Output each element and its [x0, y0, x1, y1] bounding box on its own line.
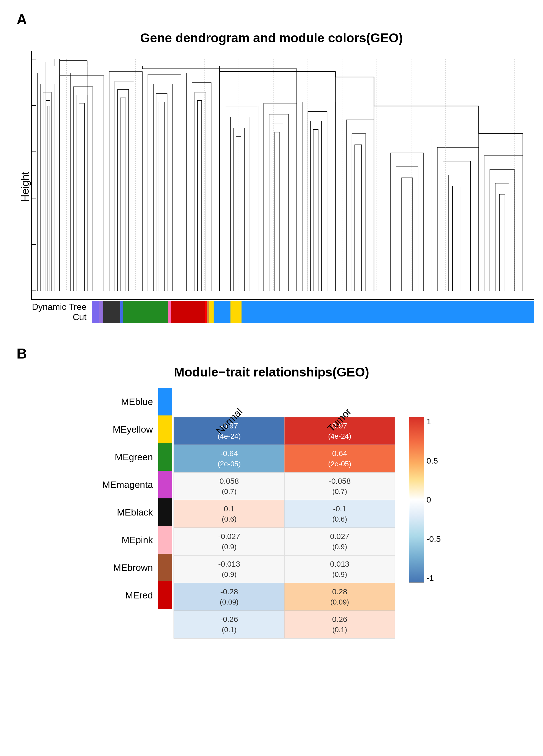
cell-pvalue: (2e-05) — [217, 459, 241, 469]
color-segment — [123, 301, 168, 323]
heatmap-cell: -0.027(0.9) — [174, 528, 284, 555]
module-color-swatch — [158, 443, 172, 471]
row-label: MEyellow — [102, 415, 153, 443]
color-bar-section: Dynamic Tree Cut — [31, 301, 534, 323]
heatmap-cell: -0.64(2e-05) — [174, 445, 284, 472]
col-header: Normal — [174, 402, 284, 415]
col-header: Tumor — [284, 402, 395, 415]
heatmap-cell: 0.64(2e-05) — [284, 445, 395, 472]
color-bar — [92, 301, 534, 323]
row-label: MEgreen — [102, 443, 153, 471]
cell-pvalue: (0.7) — [222, 486, 237, 496]
heatmap-cell: 0.26(0.1) — [284, 611, 395, 638]
cell-value: 0.26 — [332, 614, 347, 625]
cell-pvalue: (0.09) — [330, 597, 349, 607]
module-color-swatch — [158, 415, 172, 443]
module-color-swatch — [158, 388, 172, 415]
module-color-swatch — [158, 554, 172, 581]
color-segment — [168, 301, 171, 323]
heatmap-title: Module−trait relationships(GEO) — [17, 365, 526, 380]
row-label: MEmagenta — [102, 471, 153, 498]
heatmap-cell: -0.058(0.7) — [284, 472, 395, 500]
color-segment — [230, 301, 242, 323]
heatmap-grid: -0.97(4e-24)0.97(4e-24)-0.64(2e-05)0.64(… — [174, 417, 395, 639]
color-segment — [209, 301, 213, 323]
cell-value: 0.1 — [224, 503, 235, 514]
scale-label: 0 — [426, 495, 441, 504]
heatmap-cell: 0.027(0.9) — [284, 528, 395, 555]
color-scale-legend: 10.50-0.5-1 — [409, 417, 441, 583]
row-label: MEblack — [102, 498, 153, 526]
figure-container: A Gene dendrogram and module colors(GEO)… — [0, 0, 543, 650]
scale-label: 1 — [426, 417, 441, 426]
cell-value: -0.058 — [329, 476, 351, 486]
module-color-swatch — [158, 526, 172, 554]
module-color-swatch — [158, 581, 172, 609]
row-label: MEbrown — [102, 554, 153, 581]
cell-value: 0.058 — [219, 476, 239, 486]
module-color-swatch — [158, 471, 172, 498]
row-label: MEblue — [102, 388, 153, 415]
cell-pvalue: (0.6) — [222, 514, 237, 524]
color-segment — [205, 301, 207, 323]
color-segment — [214, 301, 230, 323]
heatmap-cell: 0.28(0.09) — [284, 583, 395, 611]
dendrogram-svg: 1.0 0.9 0.8 0.7 0.6 — [31, 51, 534, 300]
color-segment — [171, 301, 205, 323]
scale-bar — [409, 417, 424, 583]
color-segment — [103, 301, 120, 323]
y-ticks: 1.0 0.9 0.8 0.7 0.6 — [31, 54, 36, 294]
cell-value: -0.1 — [333, 503, 346, 514]
cell-value: 0.013 — [330, 559, 349, 569]
heatmap-cell: 0.013(0.9) — [284, 555, 395, 583]
panel-a-label: A — [17, 11, 526, 28]
heatmap-cell: 0.058(0.7) — [174, 472, 284, 500]
module-color-swatch — [158, 498, 172, 526]
cell-value: 0.64 — [332, 448, 347, 459]
panel-b: B Module−trait relationships(GEO) MEblue… — [17, 345, 526, 639]
color-bar-label: Dynamic Tree Cut — [31, 302, 92, 322]
row-labels-col: MEblueMEyellowMEgreenMEmagentaMEblackMEp… — [102, 388, 158, 609]
color-segment — [99, 301, 103, 323]
cell-pvalue: (0.1) — [332, 625, 347, 635]
heatmap-cell: -0.26(0.1) — [174, 611, 284, 638]
dendrogram-container: Height 1.0 0.9 — [17, 51, 526, 323]
cell-pvalue: (2e-05) — [328, 459, 351, 469]
panel-b-label: B — [17, 345, 526, 362]
cell-pvalue: (4e-24) — [328, 431, 351, 441]
color-segment — [242, 301, 534, 323]
cell-pvalue: (0.9) — [332, 569, 347, 579]
cell-pvalue: (0.9) — [332, 542, 347, 552]
panel-a: A Gene dendrogram and module colors(GEO)… — [17, 11, 526, 323]
scale-labels: 10.50-0.5-1 — [426, 417, 441, 583]
cell-pvalue: (0.7) — [332, 486, 347, 496]
cell-value: -0.64 — [220, 448, 238, 459]
heatmap-cell: -0.28(0.09) — [174, 583, 284, 611]
scale-label: -1 — [426, 573, 441, 583]
cell-pvalue: (0.1) — [222, 625, 237, 635]
cell-value: -0.28 — [220, 586, 238, 597]
heatmap-cell: 0.1(0.6) — [174, 500, 284, 528]
col-headers-row: NormalTumor — [174, 388, 395, 415]
scale-label: -0.5 — [426, 534, 441, 544]
cell-value: 0.027 — [330, 531, 349, 542]
cell-value: -0.013 — [218, 559, 240, 569]
cell-pvalue: (0.9) — [222, 542, 237, 552]
cell-value: 0.28 — [332, 586, 347, 597]
cell-pvalue: (0.09) — [220, 597, 238, 607]
cell-pvalue: (0.9) — [222, 569, 237, 579]
row-label: MEpink — [102, 526, 153, 554]
cell-value: -0.26 — [220, 614, 238, 625]
heatmap-cell: -0.013(0.9) — [174, 555, 284, 583]
y-axis-label: Height — [17, 51, 31, 323]
color-swatch-col — [158, 388, 172, 609]
dendrogram-right: 1.0 0.9 0.8 0.7 0.6 — [31, 51, 534, 323]
color-segment — [92, 301, 99, 323]
scale-label: 0.5 — [426, 456, 441, 465]
panel-a-title: Gene dendrogram and module colors(GEO) — [17, 30, 526, 45]
color-segment — [120, 301, 123, 323]
heatmap-grid-wrapper: NormalTumor -0.97(4e-24)0.97(4e-24)-0.64… — [174, 388, 395, 639]
heatmap-cell: -0.1(0.6) — [284, 500, 395, 528]
dendrogram-lines — [38, 59, 523, 291]
row-label: MEred — [102, 581, 153, 609]
